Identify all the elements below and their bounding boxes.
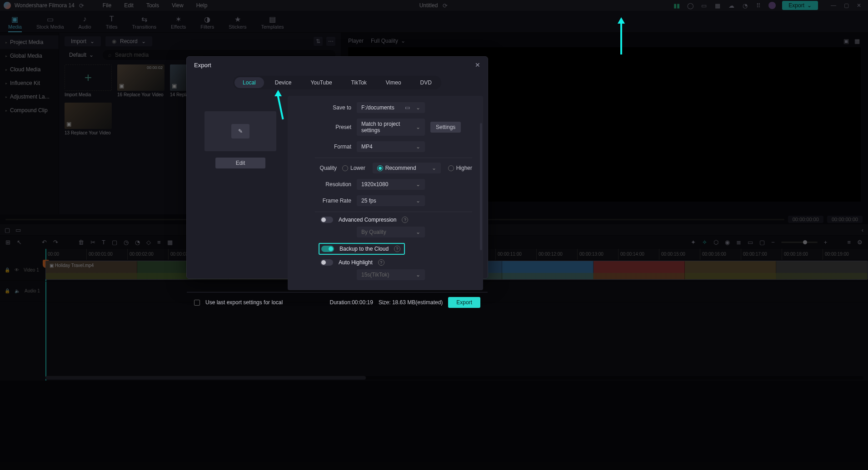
bell-icon[interactable]: ◔ [741,2,748,9]
edit-button[interactable]: Edit [215,158,265,168]
export-tab-dvd[interactable]: DVD [412,77,440,88]
collapse-icon[interactable]: ‹ [862,227,863,233]
media-tile[interactable]: +Import Media [65,64,112,97]
quality-radio-higher[interactable]: Higher [448,165,472,171]
preset-settings-button[interactable]: Settings [430,122,461,133]
filter-icon[interactable]: ⇅ [314,37,323,46]
circle-icon[interactable]: ◯ [687,2,694,9]
close-window-button[interactable]: ✕ [853,1,864,10]
avatar-icon[interactable] [768,2,776,9]
expand-icon[interactable]: ▭ [15,227,21,233]
snapshot-icon[interactable]: ▦ [853,37,861,45]
tab-templates[interactable]: ▤Templates [261,15,284,32]
sidebar-item-global-media[interactable]: Global Media [0,49,59,63]
framerate-dropdown[interactable]: 25 fps [357,195,425,206]
preview-quality-dropdown[interactable]: Full Quality⌄ [371,38,405,44]
minimize-button[interactable]: — [828,1,839,10]
advanced-compression-toggle[interactable] [320,217,333,223]
tab-effects[interactable]: ✶Effects [171,15,186,32]
settings-gear-icon[interactable]: ⚙ [857,239,863,246]
folder-icon[interactable]: ▭ [400,104,410,111]
cloud-sync-icon[interactable]: ⟳ [441,2,449,9]
sidebar-item-adjustment-layer[interactable]: Adjustment La... [0,90,59,104]
tab-media[interactable]: ▣Media [8,15,22,32]
enhance-icon[interactable]: ✦ [691,239,696,246]
media-thumbnail[interactable]: 00:00:02▣ [117,64,165,91]
history-icon[interactable]: ⟳ [78,2,85,9]
menu-help[interactable]: Help [192,2,212,9]
panel1-icon[interactable]: ▭ [748,239,753,246]
menu-edit[interactable]: Edit [120,2,138,9]
tab-transitions[interactable]: ⇆Transitions [132,15,156,32]
export-tab-youtube[interactable]: YouTube [302,77,340,88]
mic-icon[interactable]: ◉ [725,239,730,246]
speed-icon[interactable]: ◷ [124,239,129,246]
layout-icon[interactable]: ▭ [700,2,708,9]
grid-icon[interactable]: ▦ [167,239,173,246]
tab-stock-media[interactable]: ▭Stock Media [36,15,64,32]
zoom-in-icon[interactable]: + [824,239,828,246]
delete-icon[interactable]: 🗑 [78,239,84,246]
resolution-dropdown[interactable]: 1920x1080 [357,179,425,190]
use-last-checkbox[interactable] [194,300,200,306]
undo-icon[interactable]: ↶ [42,239,47,246]
tab-audio[interactable]: ♪Audio [79,15,91,32]
timeline-scrollbar[interactable] [45,376,863,380]
header-export-button[interactable]: Export⌄ [782,1,818,10]
auto-highlight-toggle[interactable] [320,259,333,266]
menu-view[interactable]: View [167,2,188,9]
tab-filters[interactable]: ◑Filters [200,15,214,32]
list-icon[interactable]: ≣ [736,239,741,246]
select-icon[interactable]: ↖ [17,239,22,246]
quality-radio-lower[interactable]: Lower [342,165,365,171]
align-icon[interactable]: ≡ [157,239,161,246]
crop-icon[interactable]: ▢ [112,239,117,246]
lock-icon[interactable]: 🔒 [5,267,10,272]
sort-dropdown[interactable]: Default⌄ [65,50,98,60]
backup-cloud-toggle[interactable] [321,246,334,252]
info-icon[interactable]: ? [402,217,408,223]
import-dropdown[interactable]: Import⌄ [65,36,101,46]
info-icon[interactable]: ? [394,246,400,252]
cloud-icon[interactable]: ☁ [728,2,735,9]
video-track-header[interactable]: 🔒 👁 Video 1 [0,260,45,281]
track-options-icon[interactable]: ≡ [847,239,851,246]
text-icon[interactable]: T [102,239,105,246]
add-media-icon[interactable]: + [65,64,112,91]
dialog-close-button[interactable]: ✕ [475,61,480,69]
export-tab-vimeo[interactable]: Vimeo [378,77,409,88]
save-to-field[interactable]: F:/documents ▭ [357,102,425,113]
timer-icon[interactable]: ◔ [135,239,140,246]
zoom-slider[interactable] [781,242,818,243]
export-tab-tiktok[interactable]: TikTok [343,77,375,88]
media-thumbnail[interactable]: ▣ [65,103,112,129]
audio-track-header[interactable]: 🔒 🔈 Audio 1 [0,281,45,302]
ai-icon[interactable]: ✧ [702,239,707,246]
compare-icon[interactable]: ▣ [843,37,850,45]
lock-icon[interactable]: 🔒 [5,288,10,293]
apps-icon[interactable]: ⠿ [755,2,762,9]
format-dropdown[interactable]: MP4 [357,141,425,152]
shield-icon[interactable]: ⬡ [713,239,718,246]
gift-icon[interactable]: ▮▮ [673,2,680,9]
zoom-out-icon[interactable]: − [771,239,775,246]
quality-radio-recommend[interactable]: Recommend [373,163,441,173]
sidebar-item-influence-kit[interactable]: Influence Kit [0,76,59,90]
mute-icon[interactable]: 🔈 [15,288,20,293]
sidebar-item-cloud-media[interactable]: Cloud Media [0,63,59,76]
menu-tools[interactable]: Tools [142,2,164,9]
add-track-icon[interactable]: ▢ [5,227,10,233]
redo-icon[interactable]: ↷ [53,239,58,246]
export-tab-device[interactable]: Device [267,77,300,88]
cut-icon[interactable]: ✂ [90,239,95,246]
preset-dropdown[interactable]: Match to project settings [357,119,425,136]
tab-titles[interactable]: TTitles [106,15,118,32]
maximize-button[interactable]: ▢ [841,1,852,10]
export-confirm-button[interactable]: Export [448,297,480,308]
marker-icon[interactable]: ◇ [146,239,151,246]
info-icon[interactable]: ? [378,259,384,266]
pointer-icon[interactable]: ⊞ [5,239,10,246]
tab-stickers[interactable]: ★Stickers [229,15,246,32]
sidebar-item-project-media[interactable]: Project Media [0,35,59,49]
menu-file[interactable]: File [98,2,116,9]
